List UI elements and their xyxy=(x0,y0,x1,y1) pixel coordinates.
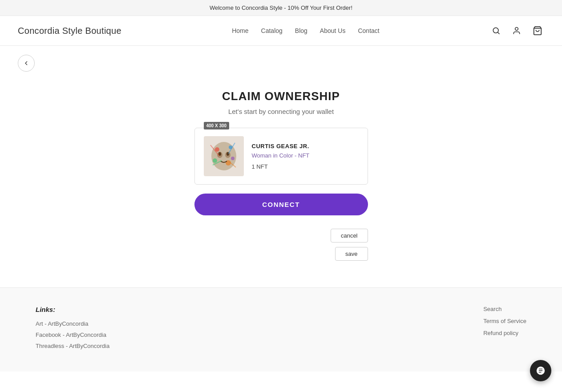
header-icons xyxy=(490,24,544,37)
main-content: CLAIM OWNERSHIP Let's start by connectin… xyxy=(0,81,562,287)
nav-blog[interactable]: Blog xyxy=(295,27,307,34)
action-buttons: cancel save xyxy=(194,229,368,261)
footer-terms-link[interactable]: Terms of Service xyxy=(483,318,526,324)
footer-link-facebook[interactable]: Facebook - ArtByConcordia xyxy=(36,331,109,338)
footer-link-threadless[interactable]: Threadless - ArtByConcordia xyxy=(36,343,109,349)
save-button[interactable]: save xyxy=(335,247,368,261)
announcement-text: Welcome to Concordia Style - 10% Off You… xyxy=(210,4,352,11)
nav-catalog[interactable]: Catalog xyxy=(261,27,283,34)
claim-subtitle: Let's start by connecting your wallet xyxy=(228,108,334,115)
footer-link-art[interactable]: Art - ArtByConcordia xyxy=(36,320,109,327)
main-nav: Home Catalog Blog About Us Contact xyxy=(232,27,380,34)
nft-product-title: Woman in Color - NFT xyxy=(252,152,310,159)
announcement-bar: Welcome to Concordia Style - 10% Off You… xyxy=(0,0,562,16)
back-button[interactable] xyxy=(18,55,35,72)
search-button[interactable] xyxy=(490,24,502,37)
footer-right: Search Terms of Service Refund policy xyxy=(483,306,526,342)
nav-contact[interactable]: Contact xyxy=(358,27,379,34)
footer-search-link[interactable]: Search xyxy=(483,306,526,312)
nft-count: 1 NFT xyxy=(252,163,310,170)
svg-point-0 xyxy=(493,28,498,33)
footer-refund-link[interactable]: Refund policy xyxy=(483,330,526,336)
svg-point-2 xyxy=(515,28,518,31)
svg-point-9 xyxy=(213,158,217,163)
site-logo[interactable]: Concordia Style Boutique xyxy=(18,26,121,36)
search-icon xyxy=(492,26,501,35)
header: Concordia Style Boutique Home Catalog Bl… xyxy=(0,16,562,46)
nft-card: 400 X 300 xyxy=(194,128,368,185)
nft-artist: CURTIS GEASE JR. xyxy=(252,143,310,150)
svg-line-1 xyxy=(498,32,500,34)
cart-button[interactable] xyxy=(531,24,544,37)
footer-links-title: Links: xyxy=(36,306,109,313)
account-button[interactable] xyxy=(510,24,523,37)
nft-info: CURTIS GEASE JR. Woman in Color - NFT 1 … xyxy=(252,143,310,170)
account-icon xyxy=(512,26,521,35)
connect-button[interactable]: CONNECT xyxy=(194,194,368,215)
back-arrow-icon xyxy=(23,60,30,67)
image-badge: 400 X 300 xyxy=(204,122,230,129)
nft-artwork-svg xyxy=(204,136,244,176)
back-btn-container xyxy=(0,46,562,81)
nav-about[interactable]: About Us xyxy=(320,27,346,34)
footer: Links: Art - ArtByConcordia Facebook - A… xyxy=(0,287,562,372)
chat-icon xyxy=(536,366,546,372)
claim-title: CLAIM OWNERSHIP xyxy=(222,89,340,103)
nav-home[interactable]: Home xyxy=(232,27,248,34)
footer-left: Links: Art - ArtByConcordia Facebook - A… xyxy=(36,306,109,354)
cancel-button[interactable]: cancel xyxy=(331,229,368,242)
nft-artwork xyxy=(204,136,244,176)
cart-icon xyxy=(533,26,542,36)
svg-point-10 xyxy=(231,157,235,160)
